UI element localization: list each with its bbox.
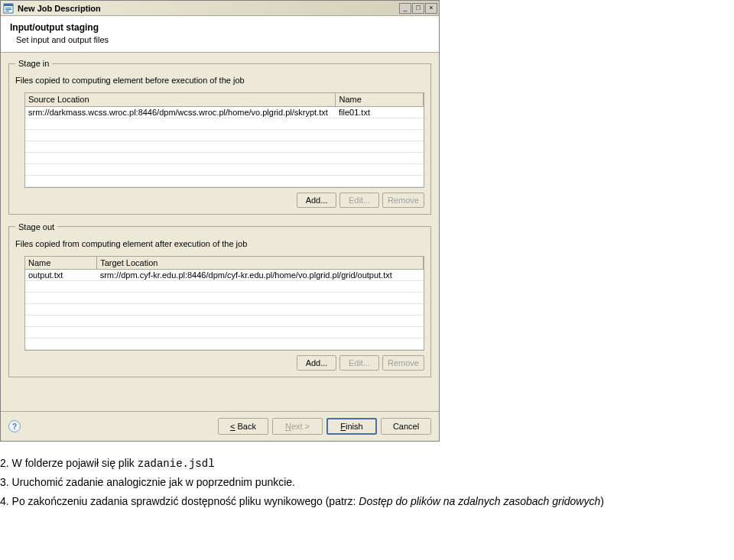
dialog-window: New Job Description _ □ × Input/output s… <box>0 0 440 442</box>
remove-button[interactable]: Remove <box>382 355 424 371</box>
minimize-button[interactable]: _ <box>399 3 411 14</box>
table-row[interactable] <box>25 163 424 175</box>
svg-rect-3 <box>5 9 11 10</box>
instruction-line-3: 3. Uruchomić zadanie analogicznie jak w … <box>0 474 688 490</box>
content-area: Stage in Files copied to computing eleme… <box>1 53 439 388</box>
stage-in-desc: Files copied to computing element before… <box>15 76 424 85</box>
stage-in-table[interactable]: Source Location Name srm://darkmass.wcss… <box>24 92 424 188</box>
close-button[interactable]: × <box>425 3 437 14</box>
wizard-header: Input/output staging Set input and outpu… <box>1 16 439 53</box>
stage-out-desc: Files copied from computing element afte… <box>15 239 424 248</box>
table-row[interactable] <box>25 175 424 186</box>
remove-button[interactable]: Remove <box>382 193 424 208</box>
table-row[interactable] <box>25 141 424 152</box>
cell-name: output.txt <box>25 270 97 281</box>
cancel-button[interactable]: Cancel <box>381 418 431 435</box>
app-icon <box>2 2 15 15</box>
maximize-button[interactable]: □ <box>412 3 424 14</box>
table-row[interactable] <box>25 118 424 129</box>
col-name[interactable]: Name <box>25 257 97 270</box>
col-target-location[interactable]: Target Location <box>97 257 424 270</box>
stage-out-legend: Stage out <box>15 222 57 231</box>
stage-in-legend: Stage in <box>15 59 52 68</box>
stage-out-buttons: Add... Edit... Remove <box>15 355 424 371</box>
table-row[interactable]: srm://darkmass.wcss.wroc.pl:8446/dpm/wcs… <box>25 106 424 118</box>
titlebar[interactable]: New Job Description _ □ × <box>1 1 439 16</box>
next-button[interactable]: Next > <box>272 418 323 435</box>
add-button[interactable]: Add... <box>297 193 336 208</box>
col-source-location[interactable]: Source Location <box>25 93 336 106</box>
svg-rect-4 <box>5 11 9 11</box>
wizard-footer: ? < Back Next > Finish Cancel <box>1 411 439 441</box>
svg-rect-1 <box>4 4 13 6</box>
cell-name: file01.txt <box>336 106 424 118</box>
stage-out-group: Stage out Files copied from computing el… <box>8 222 431 378</box>
instruction-line-4: 4. Po zakończeniu zadania sprawdzić dost… <box>0 494 688 509</box>
cell-target: srm://dpm.cyf-kr.edu.pl:8446/dpm/cyf-kr.… <box>97 270 424 281</box>
table-row[interactable]: output.txt srm://dpm.cyf-kr.edu.pl:8446/… <box>25 270 424 281</box>
table-row[interactable] <box>25 338 424 350</box>
table-row[interactable] <box>25 304 424 316</box>
table-row[interactable] <box>25 152 424 163</box>
page-title: Input/output staging <box>10 22 430 33</box>
finish-button[interactable]: Finish <box>326 418 377 435</box>
stage-in-group: Stage in Files copied to computing eleme… <box>8 59 431 215</box>
window-title: New Job Description <box>18 4 101 13</box>
back-button[interactable]: < Back <box>218 418 268 435</box>
svg-rect-2 <box>5 8 11 8</box>
page-subtitle: Set input and output files <box>10 35 430 44</box>
stage-in-buttons: Add... Edit... Remove <box>15 193 424 208</box>
table-row[interactable] <box>25 281 424 293</box>
help-icon[interactable]: ? <box>8 420 21 432</box>
instructions-text: 2. W folderze pojawił się plik zadanie.j… <box>0 455 688 509</box>
edit-button[interactable]: Edit... <box>339 193 379 208</box>
table-row[interactable] <box>25 129 424 141</box>
instruction-line-2: 2. W folderze pojawił się plik zadanie.j… <box>0 455 688 471</box>
add-button[interactable]: Add... <box>297 355 336 371</box>
window-control-buttons: _ □ × <box>398 3 437 14</box>
table-row[interactable] <box>25 316 424 327</box>
stage-out-table[interactable]: Name Target Location output.txt srm://dp… <box>24 256 424 351</box>
table-row[interactable] <box>25 327 424 338</box>
col-name[interactable]: Name <box>336 93 424 106</box>
cell-source: srm://darkmass.wcss.wroc.pl:8446/dpm/wcs… <box>25 106 336 118</box>
edit-button[interactable]: Edit... <box>339 355 379 371</box>
table-row[interactable] <box>25 293 424 304</box>
